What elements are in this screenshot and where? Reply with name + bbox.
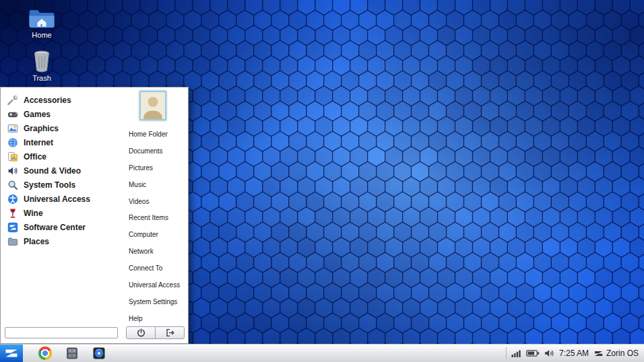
menu-category-graphics[interactable]: Graphics bbox=[3, 121, 122, 135]
taskbar-apps bbox=[38, 346, 106, 361]
start-button[interactable] bbox=[0, 345, 23, 362]
system-tools-icon bbox=[7, 180, 18, 190]
trash-icon bbox=[16, 48, 67, 73]
menu-category-universal-access[interactable]: Universal Access bbox=[3, 192, 122, 206]
internet-icon bbox=[7, 137, 18, 148]
taskbar-app-chrome-browser[interactable] bbox=[38, 346, 53, 361]
os-brand: Zorin OS bbox=[593, 349, 639, 359]
menu-category-label: Games bbox=[24, 110, 51, 119]
power-button[interactable] bbox=[126, 326, 156, 339]
screen: HomeTrash AccessoriesGamesGraphicsIntern… bbox=[0, 0, 644, 362]
desktop-icon-home[interactable]: Home bbox=[16, 5, 67, 39]
menu-category-label: Sound & Video bbox=[24, 166, 81, 176]
accessories-icon bbox=[7, 95, 18, 106]
logout-icon bbox=[166, 328, 174, 337]
power-icon bbox=[137, 328, 146, 337]
menu-shortcut-pictures[interactable]: Pictures bbox=[127, 159, 187, 176]
start-menu: AccessoriesGamesGraphicsInternetOfficeSo… bbox=[0, 87, 189, 344]
menu-shortcut-videos[interactable]: Videos bbox=[127, 193, 187, 210]
menu-shortcut-connect-to[interactable]: Connect To bbox=[127, 260, 187, 277]
menu-category-software-center[interactable]: Software Center bbox=[3, 220, 122, 234]
zorin-logo-icon bbox=[593, 349, 604, 359]
clock: 7:25 AM bbox=[559, 349, 589, 358]
graphics-icon bbox=[7, 123, 18, 134]
chrome-icon bbox=[38, 347, 52, 360]
menu-category-wine[interactable]: Wine bbox=[3, 206, 122, 220]
desktop-icon-trash[interactable]: Trash bbox=[16, 48, 67, 82]
menu-category-internet[interactable]: Internet bbox=[3, 135, 122, 149]
tray-separator bbox=[506, 347, 507, 359]
menu-shortcut-universal-access[interactable]: Universal Access bbox=[127, 277, 187, 293]
menu-shortcut-documents[interactable]: Documents bbox=[127, 143, 187, 159]
wine-icon bbox=[7, 208, 18, 219]
network-signal-icon[interactable] bbox=[511, 349, 521, 358]
menu-shortcut-music[interactable]: Music bbox=[127, 176, 187, 193]
taskbar-app-file-cabinet[interactable] bbox=[65, 346, 79, 361]
volume-icon[interactable] bbox=[544, 349, 554, 358]
sound-video-icon bbox=[7, 166, 18, 176]
universal-access-icon bbox=[7, 194, 18, 205]
office-icon bbox=[7, 151, 18, 162]
menu-category-label: Places bbox=[24, 237, 49, 246]
cabinet-icon bbox=[65, 347, 79, 360]
menu-category-label: Office bbox=[24, 152, 46, 161]
menu-category-accessories[interactable]: Accessories bbox=[3, 93, 122, 107]
zorin-logo-icon bbox=[3, 345, 20, 361]
menu-search-input[interactable] bbox=[5, 327, 118, 338]
menu-shortcut-help[interactable]: Help bbox=[127, 310, 187, 327]
menu-shortcut-system-settings[interactable]: System Settings bbox=[127, 293, 187, 310]
software-center-icon bbox=[7, 222, 18, 233]
media-icon bbox=[92, 347, 106, 360]
menu-category-places[interactable]: Places bbox=[3, 234, 122, 248]
menu-categories: AccessoriesGamesGraphicsInternetOfficeSo… bbox=[3, 93, 122, 248]
menu-shortcuts: Home FolderDocumentsPicturesMusicVideosR… bbox=[127, 126, 187, 327]
menu-category-label: Software Center bbox=[24, 223, 86, 232]
menu-shortcut-recent-items[interactable]: Recent Items bbox=[127, 209, 187, 226]
battery-icon[interactable] bbox=[526, 349, 540, 357]
desktop-icon-label: Home bbox=[16, 31, 67, 39]
os-label: Zorin OS bbox=[606, 349, 639, 358]
games-icon bbox=[7, 109, 18, 120]
tray-icons bbox=[511, 349, 554, 358]
menu-shortcut-computer[interactable]: Computer bbox=[127, 226, 187, 243]
menu-category-label: Wine bbox=[24, 209, 43, 218]
menu-category-label: System Tools bbox=[24, 180, 75, 190]
user-avatar[interactable] bbox=[139, 91, 166, 120]
system-tray: 7:25 AM Zorin OS bbox=[506, 345, 644, 362]
menu-shortcut-network[interactable]: Network bbox=[127, 243, 187, 260]
taskbar-app-media-player[interactable] bbox=[92, 346, 106, 361]
menu-category-office[interactable]: Office bbox=[3, 149, 122, 164]
menu-category-sound-video[interactable]: Sound & Video bbox=[3, 164, 122, 178]
menu-category-label: Internet bbox=[24, 138, 53, 147]
taskbar: 7:25 AM Zorin OS bbox=[0, 344, 644, 362]
logout-button[interactable] bbox=[155, 326, 185, 339]
home-folder-icon bbox=[16, 5, 67, 30]
menu-shortcut-home-folder[interactable]: Home Folder bbox=[127, 126, 187, 143]
menu-category-system-tools[interactable]: System Tools bbox=[3, 178, 122, 192]
menu-category-games[interactable]: Games bbox=[3, 107, 122, 121]
places-icon bbox=[7, 236, 18, 247]
session-buttons bbox=[126, 326, 185, 339]
menu-right-column: Home FolderDocumentsPicturesMusicVideosR… bbox=[123, 87, 188, 343]
menu-category-label: Graphics bbox=[24, 124, 59, 133]
menu-category-label: Accessories bbox=[24, 96, 71, 105]
desktop-icon-label: Trash bbox=[16, 74, 67, 82]
menu-category-label: Universal Access bbox=[24, 194, 90, 204]
